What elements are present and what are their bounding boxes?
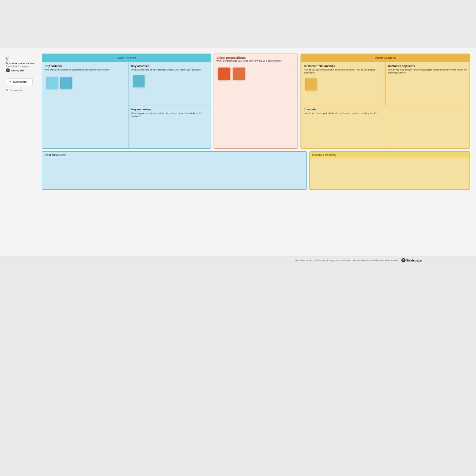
top-bar [0,0,476,48]
logo-area: \/ Business model canvas Created by Stra… [6,57,39,72]
strategyzer-label: Strategyzer [11,69,24,72]
strategyzer-icon: S [6,68,10,72]
summarize-button[interactable]: ✓ Summarize [6,78,33,85]
key-partners-desc: Who should be involved as you produce an… [45,68,126,71]
value-prop-title: Value propositions [217,56,295,60]
key-partners-panel: Key partners Who should be involved as y… [42,62,129,148]
cost-structures-box: Cost structures [42,151,307,190]
key-activities-desc: What do you need to do to produce, marke… [131,68,208,71]
content-area: \/ Business model canvas Created by Stra… [0,48,476,256]
customize-icon: ✎ [6,89,8,92]
kp-sticky-2[interactable] [60,77,72,89]
key-resources-panel: Key resources What do you need to have i… [129,105,210,148]
cr-cs-bottom: Channels How do you deliver your solutio… [301,105,469,148]
profit-centers-column: Profit centers Customer relationships Ho… [300,54,470,149]
kp-ka-layout: Key partners Who should be involved as y… [42,62,211,148]
cr-cs-layout: Customer relationships How do you talk t… [301,62,469,148]
ka-kr-panel: Key activities What do you need to do to… [129,62,210,148]
customer-seg-title: Customer segments [388,64,467,68]
key-partners-title: Key partners [45,64,126,68]
logo-created-by: Created by Strategyzer [6,65,29,68]
cost-structures-content [42,158,306,189]
canvas-section: Cost centers Key partners Who should be … [42,54,470,250]
logo-title: Business model canvas [6,62,35,65]
footer-license-text: "Business Model Canvas" by Strategyzer i… [295,259,398,262]
summarize-label: Summarize [13,80,27,83]
footer-brand: S Strategyzer [401,258,422,262]
cost-structures-header: Cost structures [42,152,306,158]
profit-centers-header: Profit centers [301,54,469,62]
value-prop-box: Value propositions What problems do you … [214,54,298,149]
channels-title: Channels [303,108,385,111]
revenue-streams-header: Revenue streams [310,152,469,158]
customer-rel-title: Customer relationships [303,64,383,68]
cost-centers-box: Cost centers Key partners Who should be … [42,54,211,149]
vp-sticky-2[interactable] [233,68,245,80]
page: \/ Business model canvas Created by Stra… [0,0,476,476]
logo-icon: \/ [6,57,9,61]
key-resources-title: Key resources [131,108,208,111]
customize-button[interactable]: ✎ Customize [6,89,39,92]
channels-desc: How do you deliver your solution to cust… [303,112,385,115]
key-resources-desc: What do you need to have in order to pro… [131,112,208,118]
kp-sticky-1[interactable] [46,77,58,89]
left-sidebar: \/ Business model canvas Created by Stra… [6,54,39,250]
cost-centers-label: Cost centers [116,56,136,60]
customize-label: Customize [10,89,23,92]
summarize-icon: ✓ [9,80,12,83]
profit-centers-label: Profit centers [375,56,396,60]
ka-sticky-1[interactable] [133,75,145,87]
vp-sticky-1[interactable] [218,68,230,80]
customer-rel-desc: How do you talk to your market about you… [303,68,383,74]
value-prop-header: Value propositions What problems do you … [214,54,298,65]
canvas-top-row: Cost centers Key partners Who should be … [42,54,470,149]
profit-centers-box: Profit centers Customer relationships Ho… [300,54,470,149]
customer-seg-desc: Who needs your solution? How many people… [388,68,467,74]
channels-panel: Channels How do you deliver your solutio… [301,105,388,148]
footer: "Business Model Canvas" by Strategyzer i… [0,256,476,265]
canvas-bottom-row: Cost structures Revenue streams [42,151,470,190]
revenue-streams-box: Revenue streams [309,151,470,190]
cost-centers-column: Cost centers Key partners Who should be … [42,54,211,149]
strategyzer-brand: S Strategyzer [6,68,24,72]
customer-rel-panel: Customer relationships How do you talk t… [301,62,385,105]
value-prop-column: Value propositions What problems do you … [214,54,298,149]
profit-centers-content: Customer relationships How do you talk t… [301,62,469,148]
cost-structures-column: Cost structures [42,151,307,190]
footer-brand-label: Strategyzer [406,259,422,262]
revenue-streams-content [310,158,469,189]
key-activities-title: Key activities [131,64,208,68]
revenue-streams-column: Revenue streams [309,151,470,190]
key-activities-panel: Key activities What do you need to do to… [129,62,210,105]
profit-empty-panel [388,105,469,148]
cr-sticky-1[interactable] [305,78,317,90]
cr-cs-top: Customer relationships How do you talk t… [301,62,469,105]
footer-brand-icon: S [401,258,405,262]
bottom-bar [0,265,476,476]
cost-centers-content: Key partners Who should be involved as y… [42,62,211,148]
customer-seg-panel: Customer segments Who needs your solutio… [386,62,469,105]
cost-centers-header: Cost centers [42,54,211,62]
value-prop-desc: What problems do you have and how do you… [217,60,295,62]
